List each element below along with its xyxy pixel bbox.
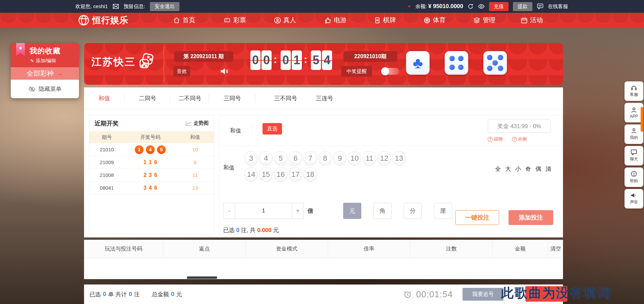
multiplier-minus-button[interactable]: - <box>223 203 235 219</box>
sum-ball[interactable]: 5 <box>274 151 287 166</box>
unit-button[interactable]: 角 <box>373 203 392 219</box>
page-scrollbar-thumb[interactable] <box>641 107 643 132</box>
game-tab[interactable]: 二同号 <box>124 87 171 109</box>
multiplier-value[interactable]: 1 <box>235 203 292 219</box>
user-icon <box>631 107 637 113</box>
example-link[interactable]: 示例 <box>512 136 527 142</box>
brand-logo[interactable]: 恒行娱乐 <box>78 13 128 28</box>
horizontal-scrollbar[interactable] <box>187 276 217 279</box>
multiplier-plus-button[interactable]: + <box>292 203 304 219</box>
message-icon[interactable] <box>113 4 119 9</box>
sum-ball[interactable]: 6 <box>289 151 302 166</box>
filter-option[interactable]: 大 <box>505 165 511 173</box>
widget-chat[interactable]: 聊天 <box>625 146 643 165</box>
speaker-icon[interactable] <box>219 67 229 76</box>
tab-label: 三同号 <box>224 94 241 102</box>
chart-icon <box>186 121 192 126</box>
trend-chart-link[interactable]: 走势图 <box>186 120 209 126</box>
sum-ball[interactable]: 18 <box>304 167 317 182</box>
nav-item-lottery[interactable]: 彩票 <box>224 13 246 28</box>
all-lotteries-link[interactable]: 全部彩种 → <box>11 67 79 80</box>
layers-icon <box>473 17 480 24</box>
sum-ball[interactable]: 3 <box>244 151 258 166</box>
unit-button[interactable]: 厘 <box>434 203 452 219</box>
countdown-digit: 1 <box>292 50 302 70</box>
filter-option[interactable]: 全 <box>495 165 501 173</box>
sum-ball[interactable]: 10 <box>348 151 361 166</box>
clear-all-button[interactable]: 清空 <box>548 240 563 258</box>
user-icon <box>631 128 637 134</box>
sum-ball[interactable]: 11 <box>363 151 376 166</box>
alert-icon <box>631 170 637 177</box>
sum-ball[interactable]: 8 <box>318 151 332 166</box>
sum-ball[interactable]: 9 <box>333 151 347 166</box>
recharge-button[interactable]: 充值 <box>489 2 509 11</box>
col-fund-mode: 资金模式 <box>245 240 328 258</box>
online-service-link[interactable]: 在线客服 <box>548 3 568 10</box>
chase-number-button[interactable]: 我要追号 <box>462 288 504 301</box>
col-sum: 和值 <box>176 134 214 141</box>
all-lotteries-label: 全部彩种 <box>27 69 54 78</box>
welcome-text: 欢迎您, ceshi1 <box>75 3 108 10</box>
game-tab[interactable]: 三不同号 <box>255 87 316 109</box>
game-tab[interactable]: 和值 <box>84 87 124 109</box>
game-tab[interactable]: 三同号 <box>209 87 255 109</box>
divider <box>164 46 164 82</box>
hide-menu-button[interactable]: 隐藏菜单 <box>11 80 79 98</box>
sum-ball[interactable]: 17 <box>289 167 302 182</box>
draw-numbers: 2 3 6 <box>124 172 176 178</box>
unit-button[interactable]: 分 <box>404 203 422 219</box>
summary-suffix: 元 <box>273 227 279 233</box>
nav-item-live[interactable]: 真人 <box>274 13 296 28</box>
mode-button-zhixuan[interactable]: 直选 <box>263 123 282 135</box>
caret-down-icon[interactable]: ▼ <box>407 4 411 8</box>
game-tab[interactable]: 二不同号 <box>171 87 209 109</box>
recent-draws-title: 近期开奖 <box>94 119 119 127</box>
widget-help[interactable]: 帮助 <box>625 167 643 187</box>
favorites-edit-link[interactable]: ✎ 添加/编辑 <box>30 58 56 64</box>
add-bet-button[interactable]: 添加投注 <box>509 210 553 225</box>
summary-amount: 0.000 <box>257 227 272 233</box>
logout-button[interactable]: 安全退出 <box>150 2 179 11</box>
sum-value: 8 <box>176 159 214 165</box>
filter-option[interactable]: 小 <box>515 165 521 173</box>
balance-label: 余额: <box>415 3 427 9</box>
sum-value: 13 <box>176 185 214 191</box>
unit-button[interactable]: 元 <box>343 203 361 219</box>
sum-ball[interactable]: 14 <box>244 167 258 182</box>
widget-sound[interactable]: 声音 <box>625 189 643 208</box>
sum-ball[interactable]: 4 <box>259 151 273 166</box>
last-issue-badge: 220921010期 <box>344 51 397 62</box>
filter-option[interactable]: 奇 <box>525 165 531 173</box>
sum-ball[interactable]: 7 <box>304 151 317 166</box>
nav-item-activity[interactable]: 活动 <box>521 13 543 28</box>
nav-item-manage[interactable]: 管理 <box>473 13 495 28</box>
refresh-icon[interactable] <box>468 3 474 9</box>
nav-item-sports[interactable]: 体育 <box>424 13 446 28</box>
unit-buttons: 元角分厘 <box>343 203 452 219</box>
balance-value: ¥ 95010.0000 <box>428 3 463 9</box>
sum-ball[interactable]: 12 <box>377 151 391 166</box>
eye-icon[interactable] <box>478 4 485 9</box>
nav-item-home[interactable]: 首页 <box>173 13 195 28</box>
sum-ball[interactable]: 15 <box>259 167 273 182</box>
withdraw-button[interactable]: 提款 <box>513 2 532 11</box>
filter-option[interactable]: 清 <box>546 165 551 173</box>
quick-bet-button[interactable]: 一键投注 <box>455 210 499 225</box>
win-alert-toggle[interactable] <box>381 67 399 75</box>
nav-item-egames[interactable]: 电游 <box>324 13 347 28</box>
widget-service[interactable]: 客服 <box>625 81 643 101</box>
draw-numbers: 1 1 6 <box>124 159 176 165</box>
star-ribbon-icon: ★ <box>16 43 25 56</box>
chat-icon[interactable] <box>537 3 544 9</box>
tab-label: 三不同号 <box>274 94 297 102</box>
sum-ball[interactable]: 13 <box>392 151 406 166</box>
filter-option[interactable]: 偶 <box>535 165 541 173</box>
home-icon <box>173 17 180 24</box>
help-link[interactable]: 说明 <box>488 136 502 142</box>
sound-toggle[interactable]: 音效 <box>173 66 190 77</box>
game-tab[interactable]: 三连号 <box>316 87 333 109</box>
sum-ball[interactable]: 16 <box>274 167 287 182</box>
nav-item-boardgames[interactable]: 棋牌 <box>374 13 396 28</box>
footer-sel-pre: 已选 <box>89 291 101 298</box>
